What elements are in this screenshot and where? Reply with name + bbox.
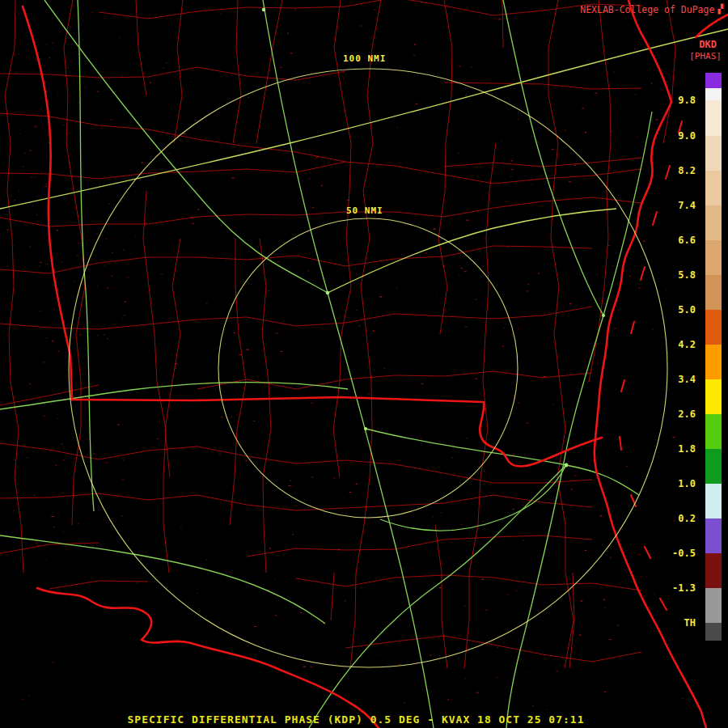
colorbar-label: 5.0 [654,304,696,315]
colorbar-threshold-label: TH [654,617,696,629]
county-boundaries [0,0,675,668]
colorbar-label: -1.3 [654,582,696,594]
colorbar-label: 2.6 [654,408,696,420]
colorbar-band-2.6-1.8 [705,414,722,449]
colorbar-band-0.2--0.5 [705,518,722,553]
colorbar-band-5.0-4.2 [705,310,722,345]
city-dot [565,463,569,468]
colorbar-label: 0.2 [654,513,696,524]
colorbar-label: 1.0 [654,478,696,489]
colorbar-band-6.6-5.8 [705,240,722,275]
colorbar-band-top-purple [705,73,722,88]
cod-logo-icon: ▞ [717,6,723,14]
highway-bottom-diagonal [309,465,566,728]
colorbar-label: 6.6 [654,235,696,246]
highway-i75 [263,0,434,728]
colorbar-band--0.5--1.3 [705,553,722,588]
radar-display: 100 NMI 50 NMI NEXLAB-College of DuPage … [0,0,728,728]
barrier-islands [620,121,682,610]
county-grid [0,0,675,668]
product-tag: [PHAS] [689,51,722,61]
colorbar-label: 7.4 [654,200,696,211]
colorbar-label: 8.2 [654,165,696,176]
colorbar-band-1.0-0.2 [705,484,722,518]
colorbar-label: 1.8 [654,443,696,455]
range-rings [69,69,667,667]
colorbar-band-9.8-9.0 [705,100,722,135]
highway-i95 [506,112,652,728]
colorbar-band-1.8-1.0 [705,449,722,484]
brand-text: NEXLAB-College of DuPage [580,4,714,15]
city-dot [326,291,329,294]
city-dot [364,427,367,430]
colorbar-label: 9.0 [654,130,696,142]
colorbar-label: 9.8 [654,95,696,106]
colorbar-band-top-white [705,88,722,100]
coastline-gulf [37,588,379,728]
coastline-corner [696,15,728,37]
nexlab-brand: NEXLAB-College of DuPage ▞ [580,4,723,15]
colorbar-band-below-TH [705,623,722,641]
product-caption: SPECIFIC DIFFERENTIAL PHASE (KDP) 0.5 DE… [0,713,712,726]
colorbar-band-7.4-6.6 [705,205,722,240]
clutter-specks-bright [7,10,675,716]
highway-ne [503,0,603,315]
colorbar-band-8.2-7.4 [705,171,722,205]
colorbar-band-5.8-5.0 [705,275,722,310]
border-al-ga [23,6,72,400]
highway-west [0,382,348,409]
colorbar-strip [705,73,722,641]
colorbar-label: 3.4 [654,374,696,385]
state-borders [23,0,728,728]
highway-nw [44,0,328,293]
colorbar-label: 5.8 [654,269,696,281]
range-ring-label-50nmi: 50 NMI [346,205,383,216]
colorbar-band-3.4-2.6 [705,379,722,414]
city-dot [602,314,605,317]
radar-map [0,0,728,728]
range-ring-100nmi [69,69,667,667]
colorbar-band--1.3-TH [705,588,722,623]
product-code: DKD [699,39,717,50]
highway-bottom-left [0,535,325,624]
colorbar-band-4.2-3.4 [705,345,722,379]
colorbar-label: -0.5 [654,548,696,559]
colorbar-label: 4.2 [654,339,696,350]
range-ring-label-100nmi: 100 NMI [343,53,386,64]
city-dot [262,8,265,11]
colorbar-band-9.0-8.2 [705,136,722,171]
highway-lines [0,0,728,728]
